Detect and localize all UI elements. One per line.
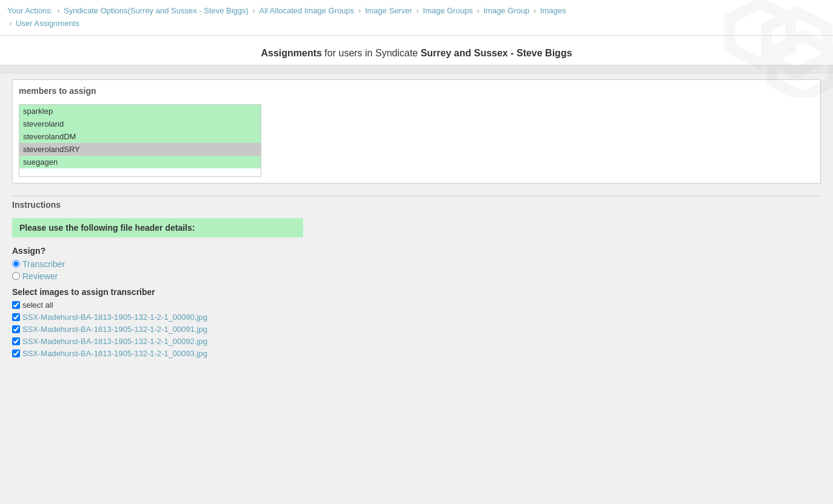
transcriber-radio[interactable] bbox=[12, 260, 20, 268]
breadcrumb-item-6[interactable]: User Assignments bbox=[16, 19, 79, 28]
assign-section: Assign? Transcriber Reviewer bbox=[12, 246, 821, 281]
image-filename[interactable]: SSX-Madehurst-BA-1813-1905-132-1-2-1_000… bbox=[22, 337, 207, 346]
select-all-row[interactable]: select all bbox=[12, 300, 821, 310]
image-checkbox[interactable] bbox=[12, 350, 20, 357]
member-item[interactable]: sparklep bbox=[19, 105, 261, 118]
members-title: members to assign bbox=[19, 86, 814, 99]
reviewer-label[interactable]: Reviewer bbox=[22, 271, 58, 281]
breadcrumb-prefix: Your Actions: bbox=[7, 6, 53, 15]
member-item[interactable]: suegagen bbox=[19, 156, 261, 168]
select-all-label: select all bbox=[22, 300, 53, 310]
assign-label: Assign? bbox=[12, 246, 821, 256]
transcriber-option[interactable]: Transcriber bbox=[12, 259, 821, 269]
reviewer-radio[interactable] bbox=[12, 272, 20, 280]
image-list: SSX-Madehurst-BA-1813-1905-132-1-2-1_000… bbox=[12, 313, 821, 358]
breadcrumb-sep-0: › bbox=[57, 6, 62, 15]
select-images-section: Select images to assign transcriber sele… bbox=[12, 287, 821, 358]
image-checkbox[interactable] bbox=[12, 325, 20, 333]
member-item[interactable]: steverolandSRY bbox=[19, 143, 261, 156]
breadcrumb-item-0[interactable]: Syndicate Options(Surrey and Sussex - St… bbox=[64, 6, 249, 15]
content-wrapper: members to assign sparklepsteverolandste… bbox=[0, 73, 833, 379]
image-filename[interactable]: SSX-Madehurst-BA-1813-1905-132-1-2-1_000… bbox=[22, 325, 207, 334]
file-header-notice: Please use the following file header det… bbox=[12, 218, 303, 237]
image-checkbox[interactable] bbox=[12, 313, 20, 321]
breadcrumb-item-1[interactable]: All Allocated Image Groups bbox=[259, 6, 355, 15]
image-filename[interactable]: SSX-Madehurst-BA-1813-1905-132-1-2-1_000… bbox=[22, 349, 207, 358]
page-title-middle: for users in Syndicate bbox=[322, 48, 421, 58]
members-list[interactable]: sparklepsteverolandsteverolandDMsteverol… bbox=[19, 104, 261, 177]
image-filename[interactable]: SSX-Madehurst-BA-1813-1905-132-1-2-1_000… bbox=[22, 313, 207, 322]
breadcrumb-item-3[interactable]: Image Groups bbox=[423, 6, 473, 15]
breadcrumb-sep-6: › bbox=[9, 19, 14, 28]
breadcrumb-item-4[interactable]: Image Group bbox=[483, 6, 529, 15]
select-all-checkbox[interactable] bbox=[12, 301, 20, 309]
page-title-prefix: Assignments bbox=[261, 48, 321, 58]
member-item[interactable]: steverolandDM bbox=[19, 130, 261, 143]
instructions-section: Instructions Please use the following fi… bbox=[12, 192, 821, 367]
page-title-area: Assignments for users in Syndicate Surre… bbox=[0, 36, 833, 65]
members-box: members to assign sparklepsteverolandste… bbox=[12, 79, 821, 184]
transcriber-label[interactable]: Transcriber bbox=[22, 259, 65, 269]
image-row[interactable]: SSX-Madehurst-BA-1813-1905-132-1-2-1_000… bbox=[12, 325, 821, 334]
breadcrumb-sep-1: › bbox=[253, 6, 258, 15]
breadcrumb-sep-2: › bbox=[358, 6, 363, 15]
image-checkbox[interactable] bbox=[12, 337, 20, 345]
breadcrumb-sep-3: › bbox=[416, 6, 421, 15]
select-images-label: Select images to assign transcriber bbox=[12, 287, 821, 297]
breadcrumb: Your Actions: › Syndicate Options(Surrey… bbox=[0, 0, 833, 36]
image-row[interactable]: SSX-Madehurst-BA-1813-1905-132-1-2-1_000… bbox=[12, 313, 821, 322]
breadcrumb-sep-4: › bbox=[477, 6, 482, 15]
breadcrumb-sep-5: › bbox=[534, 6, 538, 15]
image-row[interactable]: SSX-Madehurst-BA-1813-1905-132-1-2-1_000… bbox=[12, 349, 821, 358]
breadcrumb-item-2[interactable]: Image Server bbox=[365, 6, 412, 15]
member-item[interactable]: steveroland bbox=[19, 118, 261, 130]
instructions-title: Instructions bbox=[12, 196, 821, 213]
reviewer-option[interactable]: Reviewer bbox=[12, 271, 821, 281]
page-title-syndicate: Surrey and Sussex - Steve Biggs bbox=[421, 48, 572, 58]
image-row[interactable]: SSX-Madehurst-BA-1813-1905-132-1-2-1_000… bbox=[12, 337, 821, 346]
breadcrumb-item-5[interactable]: Images bbox=[540, 6, 566, 15]
